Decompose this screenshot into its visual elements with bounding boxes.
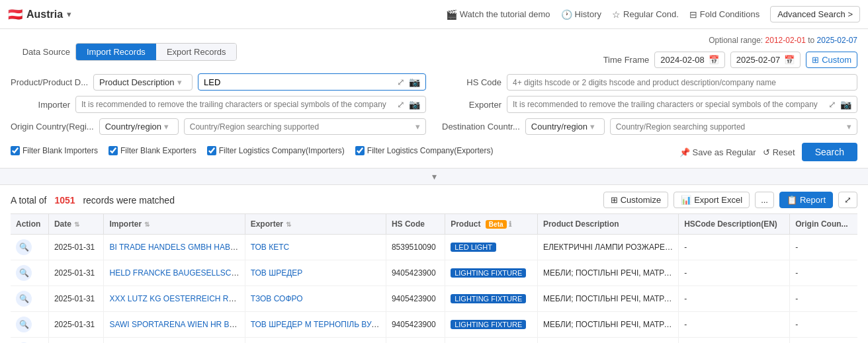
report-icon: 📋: [787, 195, 797, 205]
cell-hscode-desc: -: [679, 235, 790, 260]
row-search-button[interactable]: 🔍: [16, 291, 32, 307]
exporter-link[interactable]: ТЗОВ СОФРО: [251, 294, 303, 303]
importer-link[interactable]: SAWI SPORTARENA WIEN HR BINDER ENGERTHST…: [109, 320, 245, 329]
country-selector[interactable]: 🇦🇹 Austria ▾: [8, 7, 71, 22]
cell-hscode: 9405423900: [386, 286, 445, 312]
chevron-down-icon-2: ▾: [415, 122, 420, 132]
report-button[interactable]: 📋 Report: [779, 192, 833, 208]
fold-icon: ⊟: [689, 9, 697, 20]
hscode-input[interactable]: [507, 74, 857, 91]
watch-tutorial-button[interactable]: 🎬 Watch the tutorial demo: [446, 9, 550, 20]
origin-country-text-field[interactable]: [190, 122, 413, 132]
exporter-input[interactable]: ⤢ 📷: [507, 96, 857, 113]
customize-button[interactable]: ⊞ Customize: [603, 192, 668, 208]
product-label: Product/Product D...: [11, 77, 88, 87]
filter-logistics-importers-checkbox[interactable]: Filter Logistics Company(Importers): [207, 146, 345, 155]
row-search-button[interactable]: 🔍: [16, 239, 32, 255]
importer-link[interactable]: BI TRADE HANDELS GMBH HABSBURGASSE 6 ...: [109, 243, 245, 252]
cell-hscode: 9405423900: [386, 338, 445, 344]
advanced-search-button[interactable]: Advanced Search >: [770, 6, 860, 22]
expand-icon-3[interactable]: ⤢: [828, 99, 836, 110]
expand-icon-2[interactable]: ⤢: [397, 99, 405, 110]
exporter-link[interactable]: ТОВ КЕТС: [251, 243, 289, 252]
results-table: Action Date ⇅ Importer ⇅ Exporter ⇅ HS C…: [11, 213, 857, 343]
more-options-button[interactable]: ...: [755, 192, 774, 208]
product-text-field[interactable]: [204, 77, 393, 87]
star-icon: ☆: [612, 9, 621, 20]
export-excel-button[interactable]: 📊 Export Excel: [673, 192, 750, 208]
chevron-down-icon-3: ▾: [847, 122, 851, 132]
collapse-bar[interactable]: ▾: [0, 169, 868, 185]
origin-country-input[interactable]: ▾: [184, 118, 426, 135]
expand-button[interactable]: ⤢: [838, 192, 857, 208]
exporter-label: Exporter: [442, 100, 501, 110]
filter-logistics-exporters-checkbox[interactable]: Filter Logistics Company(Exporters): [355, 146, 494, 155]
timeframe-from-input[interactable]: 2024-02-08 📅: [654, 52, 725, 68]
fold-conditions-button[interactable]: ⊟ Fold Conditions: [689, 9, 760, 20]
custom-button[interactable]: ⊞ Custom: [806, 52, 857, 68]
col-hscode-desc: HSCode Description(EN): [679, 214, 790, 235]
cell-date: 2025-01-31: [48, 312, 104, 338]
advanced-search-label: Advanced Search >: [777, 9, 853, 19]
cell-hscode-desc: -: [679, 312, 790, 338]
history-label: History: [575, 9, 601, 19]
exporter-link[interactable]: ТОВ ШРЕДЕР М ТЕРНОПІЛЬ ВУЛ МИКУЛИНЕЦЬ...: [251, 320, 386, 329]
col-date[interactable]: Date ⇅: [48, 214, 104, 235]
optional-range-from: 2012-02-01: [765, 36, 806, 45]
importer-link[interactable]: HELD FRANCKE BAUGESELLSCHAFT M B H AUTOK…: [109, 268, 245, 278]
cell-product: LED LIGHT: [445, 235, 538, 260]
filter-blank-exporters-checkbox[interactable]: Filter Blank Exporters: [108, 146, 196, 155]
col-product-desc: Product Description: [537, 214, 678, 235]
exporter-link[interactable]: ТОВ ШРЕДЕР: [251, 268, 303, 278]
cell-hscode-desc: -: [679, 286, 790, 312]
customize-icon: ⊞: [611, 195, 618, 205]
save-regular-button[interactable]: 📌 Save as Regular: [679, 147, 756, 157]
origin-country-type-select[interactable]: Country/region ▾: [99, 118, 179, 135]
importer-link[interactable]: XXX LUTZ KG OESTERREICH ROEMERSTRASSE 39…: [109, 294, 245, 303]
expand-icon[interactable]: ⤢: [397, 77, 405, 87]
product-search-input[interactable]: ⤢ 📷: [198, 73, 426, 91]
importer-text-field[interactable]: [81, 100, 393, 109]
regular-cond-button[interactable]: ☆ Regular Cond.: [612, 9, 679, 20]
col-hscode: HS Code: [386, 214, 445, 235]
optional-range-to: 2025-02-07: [817, 36, 857, 45]
tutorial-label: Watch the tutorial demo: [460, 9, 550, 19]
search-button[interactable]: Search: [802, 143, 857, 161]
col-importer[interactable]: Importer ⇅: [104, 214, 245, 235]
col-origin-country: Origin Coun...: [790, 214, 857, 235]
dest-country-type-select[interactable]: Country/region ▾: [525, 118, 605, 135]
export-records-tab[interactable]: Export Records: [156, 44, 237, 60]
product-tag: LED LIGHT: [451, 243, 496, 252]
timeframe-to-input[interactable]: 2025-02-07 📅: [730, 52, 801, 68]
camera-icon-3[interactable]: 📷: [840, 99, 851, 110]
row-search-button[interactable]: 🔍: [16, 265, 32, 281]
country-row: Origin Country(Regi... Country/region ▾ …: [11, 118, 857, 135]
product-type-select[interactable]: Product Description ▾: [93, 74, 193, 91]
camera-icon[interactable]: 📷: [409, 77, 420, 87]
cell-product-desc: МЕБЛИ; ПОСТІЛЬНІ РЕЧІ, МАТРА...: [537, 338, 678, 344]
product-tag: LIGHTING FIXTURE: [451, 268, 526, 278]
camera-icon-2[interactable]: 📷: [409, 99, 420, 110]
collapse-icon[interactable]: ▾: [432, 171, 437, 182]
results-table-container: Action Date ⇅ Importer ⇅ Exporter ⇅ HS C…: [11, 213, 857, 343]
cell-exporter: ТОВ ШРЕДЕР: [245, 260, 386, 286]
product-type-value: Product Description: [99, 77, 174, 87]
history-button[interactable]: 🕐 History: [561, 9, 601, 20]
cell-origin-country: -: [790, 286, 857, 312]
import-records-tab[interactable]: Import Records: [76, 44, 156, 60]
importer-input[interactable]: ⤢ 📷: [75, 96, 426, 113]
chevron-down-icon[interactable]: ▾: [67, 9, 71, 19]
cell-date: 2025-01-31: [48, 338, 104, 344]
exporter-text-field[interactable]: [513, 100, 824, 109]
row-search-button[interactable]: 🔍: [16, 317, 32, 332]
filter-blank-importers-checkbox[interactable]: Filter Blank Importers: [11, 146, 98, 155]
col-exporter[interactable]: Exporter ⇅: [245, 214, 386, 235]
hscode-text-field[interactable]: [513, 78, 851, 87]
col-product: Product Beta ℹ: [445, 214, 538, 235]
filter-section: Data Source Import Records Export Record…: [0, 29, 868, 169]
dest-country-text-field[interactable]: [616, 122, 844, 132]
reset-button[interactable]: ↺ Reset: [763, 147, 795, 157]
table-row: 🔍 2025-01-31 SAWI SPORTARENA WIEN HR BIN…: [11, 312, 857, 338]
importer-exporter-row: Importer ⤢ 📷 Exporter ⤢ 📷: [11, 96, 857, 113]
dest-country-input[interactable]: ▾: [610, 118, 857, 135]
